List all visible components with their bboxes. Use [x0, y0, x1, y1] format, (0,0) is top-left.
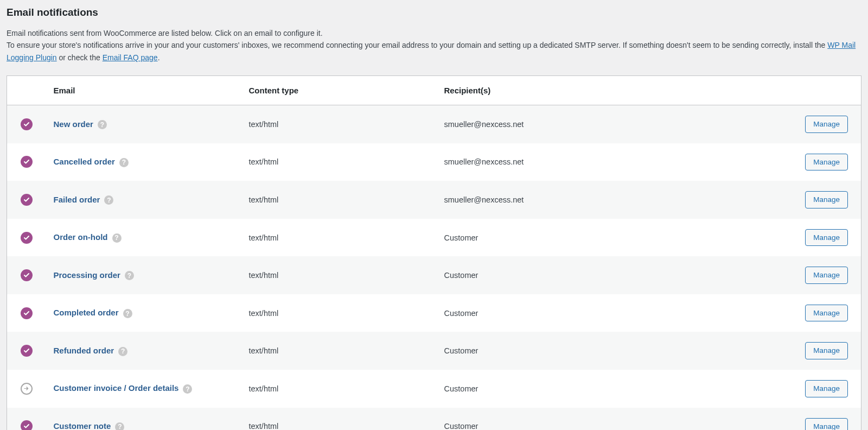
status-enabled-icon: [21, 194, 33, 206]
col-header-status: [7, 76, 46, 105]
status-enabled-icon: [21, 420, 33, 430]
recipients-cell: Customer: [437, 256, 786, 294]
manage-button[interactable]: Manage: [805, 116, 848, 133]
content-type-cell: text/html: [241, 332, 437, 370]
table-row: Failed order?text/htmlsmueller@nexcess.n…: [7, 181, 861, 219]
email-name-link[interactable]: Customer invoice / Order details: [54, 383, 179, 393]
content-type-cell: text/html: [241, 181, 437, 219]
status-enabled-icon: [21, 118, 33, 130]
intro-line1: Email notifications sent from WooCommerc…: [7, 29, 323, 37]
help-tip-icon[interactable]: ?: [125, 271, 134, 280]
content-type-cell: text/html: [241, 408, 437, 430]
manage-button[interactable]: Manage: [805, 418, 848, 430]
table-row: Customer note?text/htmlCustomerManage: [7, 408, 861, 430]
help-tip-icon[interactable]: ?: [123, 309, 132, 318]
email-name-link[interactable]: Customer note: [54, 421, 111, 430]
col-header-email: Email: [46, 76, 241, 105]
status-enabled-icon: [21, 232, 33, 244]
content-type-cell: text/html: [241, 256, 437, 294]
content-type-cell: text/html: [241, 294, 437, 332]
manage-button[interactable]: Manage: [805, 380, 848, 397]
manage-button[interactable]: Manage: [805, 305, 848, 322]
table-row: Cancelled order?text/htmlsmueller@nexces…: [7, 143, 861, 181]
intro-line2b: or check the: [57, 53, 103, 62]
recipients-cell: Customer: [437, 370, 786, 408]
col-header-actions: [786, 76, 861, 105]
col-header-recipients: Recipient(s): [437, 76, 786, 105]
table-row: Refunded order?text/htmlCustomerManage: [7, 332, 861, 370]
content-type-cell: text/html: [241, 219, 437, 257]
help-tip-icon[interactable]: ?: [104, 195, 113, 205]
help-tip-icon[interactable]: ?: [115, 422, 124, 430]
recipients-cell: Customer: [437, 408, 786, 430]
email-name-link[interactable]: Order on-hold: [54, 232, 108, 242]
recipients-cell: smueller@nexcess.net: [437, 105, 786, 143]
table-row: Completed order?text/htmlCustomerManage: [7, 294, 861, 332]
manage-button[interactable]: Manage: [805, 229, 848, 246]
intro-description: Email notifications sent from WooCommerc…: [7, 27, 861, 64]
manage-button[interactable]: Manage: [805, 154, 848, 171]
intro-line2a: To ensure your store's notifications arr…: [7, 41, 827, 49]
email-name-link[interactable]: New order: [54, 119, 93, 129]
help-tip-icon[interactable]: ?: [183, 384, 192, 394]
email-name-link[interactable]: Cancelled order: [54, 157, 115, 166]
intro-line2c: .: [158, 53, 160, 62]
table-row: New order?text/htmlsmueller@nexcess.netM…: [7, 105, 861, 143]
content-type-cell: text/html: [241, 105, 437, 143]
status-enabled-icon: [21, 156, 33, 168]
manage-button[interactable]: Manage: [805, 342, 848, 359]
content-type-cell: text/html: [241, 370, 437, 408]
help-tip-icon[interactable]: ?: [118, 347, 127, 356]
email-name-link[interactable]: Refunded order: [54, 346, 114, 355]
recipients-cell: smueller@nexcess.net: [437, 181, 786, 219]
content-type-cell: text/html: [241, 143, 437, 181]
page-title: Email notifications: [7, 7, 861, 18]
col-header-content-type: Content type: [241, 76, 437, 105]
email-notifications-table: Email Content type Recipient(s) New orde…: [7, 75, 861, 430]
recipients-cell: smueller@nexcess.net: [437, 143, 786, 181]
status-enabled-icon: [21, 345, 33, 357]
email-name-link[interactable]: Failed order: [54, 195, 100, 204]
table-row: Order on-hold?text/htmlCustomerManage: [7, 219, 861, 257]
table-row: Processing order?text/htmlCustomerManage: [7, 256, 861, 294]
recipients-cell: Customer: [437, 294, 786, 332]
status-manual-icon: [21, 383, 33, 395]
recipients-cell: Customer: [437, 332, 786, 370]
recipients-cell: Customer: [437, 219, 786, 257]
help-tip-icon[interactable]: ?: [112, 233, 122, 243]
manage-button[interactable]: Manage: [805, 267, 848, 284]
help-tip-icon[interactable]: ?: [98, 120, 107, 129]
status-enabled-icon: [21, 307, 33, 319]
help-tip-icon[interactable]: ?: [119, 158, 129, 167]
status-enabled-icon: [21, 269, 33, 281]
manage-button[interactable]: Manage: [805, 191, 848, 208]
table-row: Customer invoice / Order details?text/ht…: [7, 370, 861, 408]
email-name-link[interactable]: Processing order: [54, 270, 120, 280]
email-name-link[interactable]: Completed order: [54, 308, 119, 317]
email-faq-link[interactable]: Email FAQ page: [103, 53, 158, 62]
